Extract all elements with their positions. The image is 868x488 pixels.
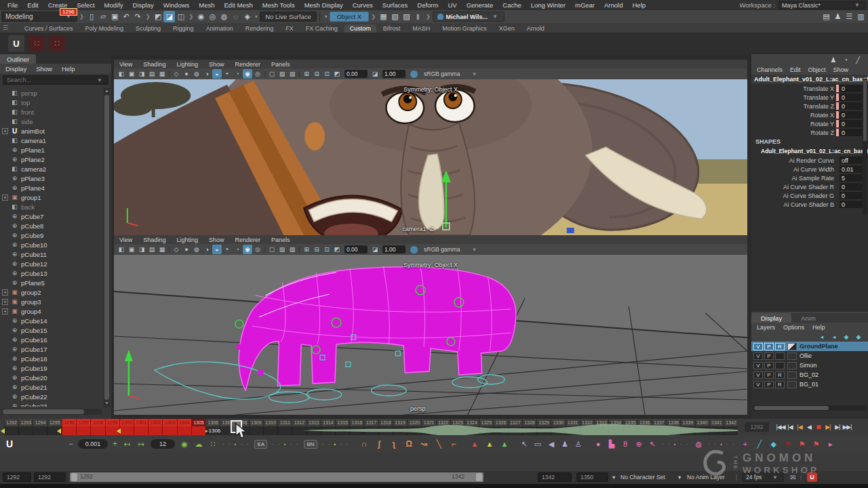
layer-editor-tab[interactable]: Anim — [791, 313, 825, 323]
timeline-frame-cell[interactable]: 1321 — [421, 419, 435, 435]
go-to-end-button[interactable]: ▶▶| — [842, 422, 852, 432]
viewport-menu-item[interactable]: Lighting — [176, 237, 198, 243]
layer-playback-toggle[interactable]: P — [764, 343, 774, 350]
channel-value-field[interactable]: 5 — [840, 174, 864, 182]
timeline-frame-cell[interactable]: 1334 — [608, 419, 623, 435]
outliner-item[interactable]: + ⊕ pCube18 — [0, 354, 103, 363]
viewport-menu-item[interactable]: Show — [209, 61, 224, 68]
viewport-menu-item[interactable]: Shading — [143, 61, 165, 68]
outliner-search[interactable]: ▼ — [3, 75, 108, 85]
viewport-menu-item[interactable]: Shading — [143, 237, 165, 243]
anti-aliasing-icon[interactable]: ◉ — [243, 69, 252, 79]
menu-item[interactable]: mGear — [570, 1, 599, 9]
snap-projected-center-icon[interactable]: ◌ — [230, 11, 241, 22]
divider[interactable]: | — [263, 245, 267, 254]
channel-row[interactable]: Translate Z 0 — [751, 102, 868, 110]
shelf-tab[interactable]: Arnold — [521, 24, 550, 33]
layer-playback-toggle[interactable]: P — [764, 371, 774, 379]
anim-layer-dropdown[interactable]: No Anim Layer — [687, 472, 725, 482]
timeline-frame-cell[interactable]: 1332 — [580, 419, 594, 435]
timeline-frame-cell[interactable]: 1292 — [4, 419, 18, 435]
menu-item[interactable]: Long Winter — [526, 1, 570, 9]
use-default-material-icon[interactable]: ◑ — [202, 245, 212, 254]
shelf-tab[interactable]: XGen — [494, 24, 520, 33]
layer-reference-toggle[interactable]: R — [775, 371, 785, 379]
group-collapse-arrow[interactable]: ❯ — [79, 14, 84, 20]
timeline-frame-cell[interactable]: 1327 — [508, 419, 522, 435]
channel-value-field[interactable]: 0 — [840, 201, 864, 208]
menu-item[interactable]: Mesh — [194, 1, 219, 9]
bell-icon[interactable]: ◍ — [694, 440, 703, 449]
timeline-frame-cell[interactable]: 1336 — [637, 419, 652, 435]
layer-editor-tab[interactable]: Display — [751, 313, 791, 323]
audio-scrub-icon[interactable]: ◀ — [547, 440, 556, 449]
selected-object-name[interactable]: Adult_Elephant_v01_02_L:ac_cn_basePa... — [751, 75, 868, 84]
colorspace-dropdown[interactable]: sRGB gamma▼ — [420, 245, 482, 253]
bookmark-icon[interactable]: ▤ — [147, 69, 157, 79]
shadows-icon[interactable]: ◒ — [212, 69, 222, 79]
channel-value-field[interactable]: 0 — [840, 192, 864, 199]
picker-shelf-icon[interactable]: ∷ — [49, 35, 65, 52]
prev-key-icon[interactable]: ↤ — [122, 440, 132, 449]
timeline-frame-cell[interactable]: 1324 — [465, 419, 479, 435]
chevron-down-icon[interactable]: ▾ — [325, 14, 328, 20]
menu-item[interactable]: UV — [443, 1, 461, 9]
field-chart-icon[interactable]: ⊞ — [302, 245, 311, 254]
shelf-tab[interactable]: Curves / Surfaces — [19, 24, 79, 33]
outliner-tab[interactable]: Outliner — [0, 54, 36, 64]
step-forward-key-button[interactable]: ▶| — [823, 422, 833, 432]
menu-item[interactable]: Help — [628, 1, 651, 9]
menu-item[interactable]: Mesh Tools — [258, 1, 300, 9]
outliner-item[interactable]: + ◧ side — [0, 117, 103, 126]
viewport-menu-item[interactable]: Show — [209, 237, 224, 243]
channel-row[interactable]: Rotate X 0 — [751, 110, 868, 119]
timeline-track[interactable]: 1292 1293 1294 1295 1296 — [4, 419, 738, 435]
ease-curve-icon[interactable]: ∩ — [359, 439, 369, 449]
pose-icon[interactable]: ♟ — [829, 55, 838, 64]
channel-value-field[interactable]: 0 — [840, 94, 864, 101]
timeline-frame-cell[interactable]: 1316 — [349, 419, 363, 435]
timeline-frame-cell[interactable]: 1313 — [307, 419, 321, 435]
shelf-tab[interactable]: Animation — [201, 24, 239, 33]
outliner-item[interactable]: + ◧ front — [0, 107, 103, 117]
expand-toggle-icon[interactable]: + — [2, 195, 8, 201]
resolution-gate-icon[interactable]: ⊟ — [312, 245, 321, 254]
outliner-item[interactable]: + U animBot — [0, 126, 103, 136]
flag-red-icon[interactable]: ⚑ — [797, 440, 807, 449]
menu-item[interactable]: Surfaces — [378, 1, 413, 9]
select-component-icon[interactable]: ◫ — [175, 11, 186, 22]
power-icon[interactable]: ◉ — [180, 440, 189, 449]
animation-start-field[interactable]: 1292 — [3, 472, 31, 482]
playback-end-field[interactable]: 1342 — [538, 472, 572, 482]
outliner-item[interactable]: + ◧ persp — [0, 88, 103, 98]
xray-joints-icon[interactable]: ▨ — [288, 69, 297, 79]
live-surface-field[interactable]: No Live Surface — [260, 12, 317, 22]
outliner-item[interactable]: + ⊕ pCube17 — [0, 344, 103, 354]
symmetry-dropdown[interactable]: Object X — [330, 12, 369, 22]
layer-color-swatch[interactable] — [787, 371, 797, 379]
timeline-frame-cell[interactable]: 1337 — [652, 419, 666, 435]
outliner-menu-help[interactable]: Help — [62, 65, 75, 73]
timeline-frame-cell[interactable]: 1340 — [695, 419, 709, 435]
timeline-frame-cell[interactable]: 1304 — [177, 419, 191, 435]
layers-menu[interactable]: Layers — [757, 324, 775, 331]
channel-row[interactable]: Translate Y 0 — [751, 93, 868, 102]
range-handle-icon[interactable] — [1, 428, 5, 434]
select-object-icon[interactable]: ◪ — [163, 11, 175, 22]
viewport-menu-item[interactable]: View — [119, 237, 132, 243]
step-curve-icon[interactable]: ⌐ — [449, 439, 458, 449]
chevron-down-icon[interactable]: ▾ — [255, 14, 258, 20]
nudge-value-field[interactable]: 0.001 — [78, 439, 108, 449]
pose-slider-dots[interactable]: · · ▪ · · — [662, 441, 689, 447]
outliner-item[interactable]: + ⊕ pCube19 — [0, 363, 103, 373]
layer-visibility-toggle[interactable]: V — [753, 381, 763, 388]
viewport-menu-item[interactable]: Lighting — [176, 61, 198, 68]
snap-curve-icon[interactable]: ◎ — [207, 11, 218, 22]
motion-blur-icon[interactable]: ◔ — [233, 245, 242, 254]
timeline-frame-cell[interactable]: 1335 — [623, 419, 637, 435]
shadows-icon[interactable]: ◒ — [212, 245, 222, 254]
timeline-frame-cell[interactable]: 1302 — [148, 419, 162, 435]
outliner-item[interactable]: + ⊕ pCube22 — [0, 392, 103, 401]
expand-toggle-icon[interactable]: + — [2, 289, 8, 296]
chevron-down-icon[interactable]: ▼ — [97, 77, 102, 83]
